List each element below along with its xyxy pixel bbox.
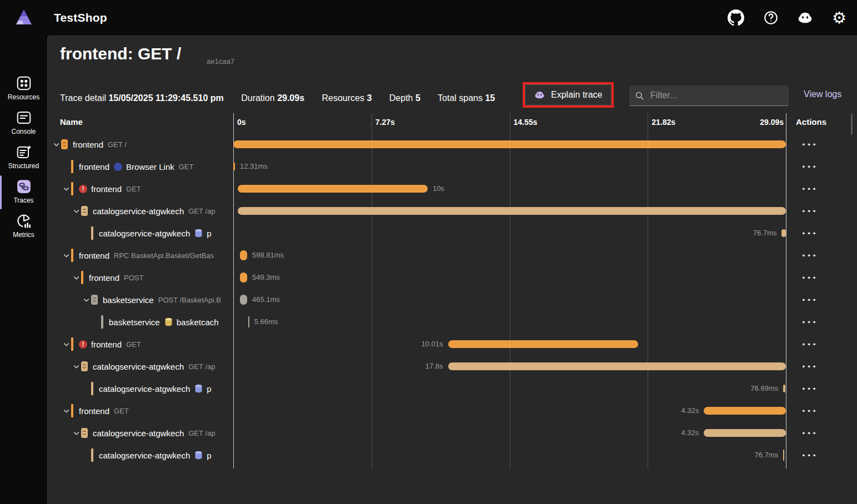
resource-icon (81, 361, 88, 371)
sidebar-item-traces[interactable]: Traces (0, 178, 47, 204)
span-name-cell: basketservicebasketcach (47, 311, 233, 333)
more-actions-button[interactable]: ••• (798, 427, 821, 440)
chevron-down-icon[interactable] (61, 407, 71, 415)
actions-cell: ••• (786, 400, 857, 422)
chevron-down-icon[interactable] (51, 141, 61, 148)
total-spans-value: 15 (485, 93, 495, 103)
resource-color-swatch (71, 249, 73, 262)
span-duration-bar[interactable] (448, 340, 638, 348)
scrollbar-thumb[interactable] (851, 114, 853, 135)
span-duration-marker[interactable] (240, 295, 247, 305)
explain-trace-button[interactable]: Explain trace (525, 84, 612, 105)
more-actions-button[interactable]: ••• (798, 183, 821, 195)
span-duration-bar[interactable] (233, 140, 786, 148)
chevron-down-icon[interactable] (71, 208, 81, 215)
duration-label: 76.69ms (750, 377, 778, 400)
chevron-down-icon[interactable] (71, 274, 81, 281)
more-actions-button[interactable]: ••• (798, 382, 821, 395)
span-detail: GET /ap (188, 207, 215, 215)
span-duration-marker[interactable] (240, 273, 247, 283)
span-name-cell: frontendBrowser LinkGET (47, 155, 233, 178)
more-actions-button[interactable]: ••• (798, 338, 821, 351)
more-actions-button[interactable]: ••• (798, 316, 821, 329)
sidebar-item-resources[interactable]: Resources (0, 74, 47, 101)
sidebar-item-label: Structured (0, 162, 47, 170)
trace-rows: frontendGET /•••frontendBrowser LinkGET1… (47, 133, 857, 466)
span-duration-tick[interactable] (783, 450, 784, 461)
github-icon[interactable] (726, 8, 745, 27)
span-detail: GET (126, 340, 141, 349)
more-actions-button[interactable]: ••• (798, 205, 821, 218)
span-duration-bar[interactable] (704, 429, 786, 437)
timeline-cell: 76.69ms (233, 377, 786, 400)
view-logs-link[interactable]: View logs (804, 89, 841, 99)
more-actions-button[interactable]: ••• (798, 294, 821, 306)
more-actions-button[interactable]: ••• (798, 449, 821, 462)
span-duration-bar[interactable] (704, 407, 786, 415)
name-column-header: Name (60, 111, 83, 133)
span-duration-bar[interactable] (233, 163, 235, 170)
span-duration-bar[interactable] (783, 385, 785, 392)
span-detail: POST /BasketApi.B (158, 296, 221, 304)
copilot-icon[interactable] (795, 8, 814, 27)
resource-color-swatch (91, 448, 93, 462)
resource-color-swatch (91, 226, 93, 240)
span-name-cell: frontendGET / (47, 133, 233, 155)
timeline-cell: 17.8s (233, 355, 786, 377)
filter-input[interactable] (649, 90, 783, 101)
settings-gear-icon[interactable]: ⚙ (830, 8, 849, 27)
span-detail: GET (126, 185, 141, 193)
actions-cell: ••• (786, 222, 857, 244)
chevron-down-icon[interactable] (61, 341, 71, 348)
span-secondary-name: Browser Link (126, 162, 174, 172)
chevron-down-icon[interactable] (71, 363, 81, 370)
timeline-cell (233, 200, 786, 222)
span-duration-marker[interactable] (240, 250, 247, 260)
span-duration-bar[interactable] (238, 185, 428, 193)
span-duration-bar[interactable] (448, 362, 786, 370)
more-actions-button[interactable]: ••• (798, 138, 821, 151)
sidebar-item-structured[interactable]: Structured (0, 143, 47, 170)
timeline-cell: 10.01s (233, 333, 786, 355)
more-actions-button[interactable]: ••• (798, 405, 821, 417)
search-icon (635, 91, 644, 100)
span-duration-bar[interactable] (781, 229, 786, 237)
chevron-down-icon[interactable] (71, 430, 81, 437)
timeline-cell: 465.1ms (233, 289, 786, 311)
actions-cell: ••• (786, 289, 857, 311)
resource-icon (81, 428, 88, 438)
timeline-cell: 5.66ms (233, 311, 786, 333)
more-actions-button[interactable]: ••• (798, 249, 821, 262)
more-actions-button[interactable]: ••• (798, 160, 821, 173)
trace-row: catalogservice-atgwkechGET /ap4.32s••• (47, 422, 857, 444)
chevron-down-icon[interactable] (61, 185, 71, 193)
database-icon (194, 229, 203, 238)
span-duration-tick[interactable] (248, 316, 249, 327)
more-actions-button[interactable]: ••• (798, 271, 821, 284)
span-duration-bar[interactable] (238, 207, 786, 215)
more-actions-button[interactable]: ••• (798, 360, 821, 373)
resource-color-swatch (71, 404, 73, 417)
duration-label: 12.31ms (240, 155, 268, 178)
duration-label: 4.32s (681, 422, 699, 444)
span-name-cell: catalogservice-atgwkechp (47, 377, 233, 400)
resource-color-swatch (81, 271, 83, 284)
span-name: frontend (73, 140, 103, 149)
sidebar-item-console[interactable]: Console (0, 109, 47, 135)
resource-color-swatch (71, 182, 73, 195)
span-name-cell: frontendGET (47, 400, 233, 422)
resource-color-swatch (101, 315, 103, 329)
help-icon[interactable] (761, 8, 780, 27)
chevron-down-icon[interactable] (61, 252, 71, 259)
chevron-down-icon[interactable] (81, 296, 91, 304)
more-actions-button[interactable]: ••• (798, 227, 821, 240)
sidebar-item-metrics[interactable]: Metrics (0, 212, 47, 239)
span-name-cell: catalogservice-atgwkechp (47, 444, 233, 466)
span-name: frontend (79, 406, 109, 416)
trace-row: basketservicebasketcach5.66ms••• (47, 311, 857, 333)
traces-icon (0, 178, 47, 195)
timeline-cell: 12.31ms (233, 155, 786, 178)
actions-cell: ••• (786, 244, 857, 266)
filter-searchbox[interactable] (629, 85, 789, 106)
duration-label: 10s (433, 178, 444, 200)
